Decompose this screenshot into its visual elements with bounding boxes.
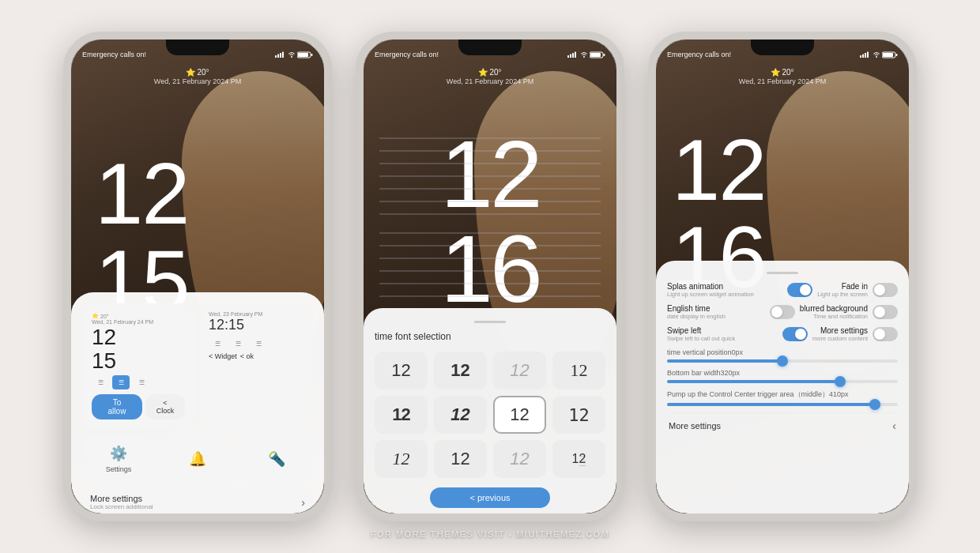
svg-rect-12: [604, 54, 605, 56]
font-panel-title: time font selection: [375, 331, 605, 342]
battery-icon-3: [882, 51, 898, 58]
font-sample-1[interactable]: 12: [375, 352, 428, 389]
clock-hour-2: 12: [379, 126, 601, 221]
svg-rect-13: [590, 53, 601, 57]
weather-widget-top-2: ⭐20° Wed, 21 February 2024 PM: [447, 68, 533, 85]
font-sample-7[interactable]: 12: [493, 396, 546, 434]
slider2-fill: [667, 380, 840, 383]
font-grid-row1: 12 12 12 12: [375, 352, 605, 389]
back-link[interactable]: ‹ Back: [375, 513, 605, 514]
splas-animation-left: Splas animation Light up screen widget a…: [667, 282, 787, 298]
status-icons-2: [567, 51, 605, 58]
slider2-track[interactable]: [667, 380, 898, 383]
align2-left[interactable]: ☰: [209, 337, 226, 351]
back-text: Back: [484, 513, 503, 514]
swipe-toggle[interactable]: [782, 327, 808, 341]
english-time-desc: date display in english: [667, 313, 770, 320]
more-settings-row[interactable]: More settings Lock screen additional ›: [82, 487, 313, 514]
phone-frame-3: Emergency calls on! ⭐20° Wed, 21 Februar…: [648, 32, 917, 521]
bell-cell[interactable]: 🔔: [161, 435, 234, 483]
slider2-thumb[interactable]: [835, 376, 846, 387]
align-center-btn[interactable]: ☰: [112, 375, 130, 389]
date-line-3: Wed, 21 February 2024 PM: [739, 77, 826, 85]
fade-toggle-knob: [874, 284, 885, 295]
slider1-thumb[interactable]: [777, 356, 788, 367]
font-sample-4[interactable]: 12: [552, 352, 605, 389]
splas-right-text: Fade in Light up the screen: [817, 282, 868, 298]
align-left-btn[interactable]: ☰: [92, 375, 109, 389]
svg-rect-15: [862, 55, 864, 58]
weather-temp-1: ⭐20°: [154, 68, 241, 77]
align-btns-2: ☰ ☰ ☰: [209, 337, 305, 351]
slider-section-2: Bottom bar width320px: [665, 369, 899, 383]
wifi-icon-2: [580, 51, 588, 58]
font-grid-row2: 12 12 12 12: [375, 396, 605, 434]
phone-1: Emergency calls on! ⭐20° Wed, 21 Februar…: [63, 32, 332, 521]
settings-more-row[interactable]: More settings ‹: [665, 412, 899, 438]
font-sample-2[interactable]: 12: [434, 352, 487, 389]
settings-more-text: More settings: [669, 421, 721, 431]
font-sample-3[interactable]: 12: [493, 352, 546, 389]
weather-widget-top-1: ⭐20° Wed, 21 February 2024 PM: [154, 68, 241, 85]
font-sample-12[interactable]: 12: [552, 440, 605, 478]
clock-hour-1: 12: [95, 150, 188, 237]
settings-more-chevron-icon: ‹: [892, 419, 896, 432]
align2-right[interactable]: ☰: [250, 337, 267, 351]
swipe-title: Swipe left: [667, 326, 782, 335]
flashlight-icon: 🔦: [268, 450, 285, 468]
widget-button[interactable]: < Widget: [209, 352, 237, 360]
svg-rect-0: [275, 55, 277, 58]
phone-screen-2: Emergency calls on! ⭐20° Wed, 21 Februar…: [364, 40, 616, 514]
allow-button[interactable]: To allow: [92, 394, 142, 419]
battery-icon-2: [590, 51, 605, 58]
align2-center[interactable]: ☰: [229, 337, 247, 351]
font-sample-10[interactable]: 12: [434, 440, 487, 478]
clock-button[interactable]: < Clock: [145, 394, 185, 419]
fade-toggle[interactable]: [873, 283, 898, 297]
flashlight-cell[interactable]: 🔦: [240, 435, 313, 483]
font-sample-6[interactable]: 12: [434, 396, 487, 434]
panel-grid-1: ⭐ 20° Wed, 21 February 24 PM 12 15 ☰ ☰ ☰…: [82, 303, 313, 429]
notch-2: [458, 40, 522, 55]
phone-screen-3: Emergency calls on! ⭐20° Wed, 21 Februar…: [656, 40, 909, 514]
ok-button[interactable]: < ok: [240, 352, 254, 360]
side-btn-mute-2: [356, 118, 358, 142]
side-btn-power-3: [914, 150, 917, 198]
cell-time-big-m: 15: [92, 350, 185, 372]
date-line-2: Wed, 21 February 2024 PM: [447, 77, 533, 85]
font-sample-8[interactable]: 12: [552, 396, 605, 434]
clock-minute-2: 16: [379, 221, 601, 316]
phone-frame-1: Emergency calls on! ⭐20° Wed, 21 Februar…: [63, 32, 332, 521]
splas-right: Fade in Light up the screen: [787, 282, 898, 298]
weather-widget-top-3: ⭐20° Wed, 21 February 2024 PM: [739, 68, 826, 85]
emergency-text-2: Emergency calls on!: [375, 51, 439, 58]
phone-frame-2: Emergency calls on! ⭐20° Wed, 21 Februar…: [356, 32, 624, 521]
more-chevron-icon: ›: [301, 496, 305, 509]
font-sample-11[interactable]: 12: [493, 440, 546, 478]
battery-icon-1: [297, 51, 313, 58]
font-sample-9[interactable]: 12: [375, 440, 428, 478]
svg-rect-20: [883, 53, 893, 57]
slider1-fill: [667, 359, 782, 363]
back-button[interactable]: < previous: [430, 487, 549, 508]
slider3-track[interactable]: [667, 403, 898, 406]
blur-toggle-knob: [874, 307, 885, 318]
align-right-btn[interactable]: ☰: [133, 375, 150, 389]
settings-row-2: English time date display in english blu…: [665, 304, 899, 320]
blur-toggle[interactable]: [873, 305, 898, 319]
svg-rect-16: [865, 53, 866, 58]
slider3-thumb[interactable]: [869, 399, 880, 410]
swipe-right: More settings more custom content: [782, 326, 898, 342]
slider1-track[interactable]: [667, 359, 898, 363]
inline-clock-cell: Wed, 23 February PM 12:15 ☰ ☰ ☰ < Widget…: [201, 303, 313, 429]
cell-date-small: Wed, 21 February 24 PM: [92, 319, 185, 325]
more-settings-toggle[interactable]: [873, 327, 898, 341]
settings-cell[interactable]: ⚙️ Settings: [82, 435, 155, 483]
font-sample-5[interactable]: 12: [375, 396, 428, 434]
english-toggle[interactable]: [770, 305, 795, 319]
svg-rect-1: [277, 55, 279, 58]
svg-rect-6: [298, 53, 308, 57]
splas-toggle[interactable]: [787, 283, 812, 297]
clock-display-2: 12 16: [379, 126, 601, 316]
slider3-fill: [667, 403, 875, 406]
